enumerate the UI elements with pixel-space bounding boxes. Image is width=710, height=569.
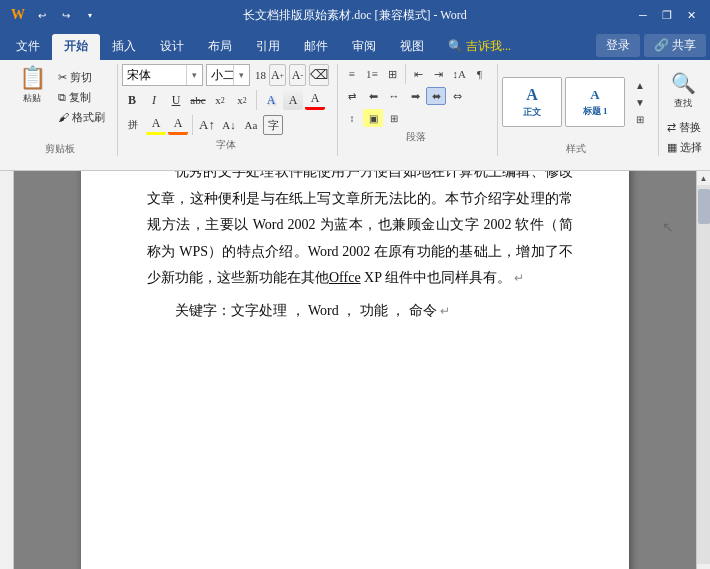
- tab-file[interactable]: 文件: [4, 34, 52, 60]
- clipboard-group: 📋 粘贴 ✂ 剪切 ⧉ 复制 🖌: [6, 64, 118, 156]
- find-button[interactable]: 🔍 查找: [663, 64, 703, 116]
- toolbar-area: 📋 粘贴 ✂ 剪切 ⧉ 复制 🖌: [0, 60, 710, 170]
- style-more[interactable]: ⊞: [630, 111, 650, 127]
- close-button[interactable]: ✕: [680, 4, 702, 26]
- numbered-list-button[interactable]: 1≡: [362, 65, 381, 83]
- scroll-down-button[interactable]: ▼: [697, 564, 711, 569]
- font-size-dropdown-arrow[interactable]: ▾: [233, 65, 249, 85]
- copy-label: 复制: [69, 90, 91, 105]
- window-title: 长文档排版原始素材.doc [兼容模式] - Word: [0, 7, 710, 24]
- decrease-indent-button[interactable]: ⇤: [409, 65, 428, 83]
- document-body: 优秀的文字处理软件能使用户方便自如地在计算机上编辑、修改文章，这种便利是与在纸上…: [147, 171, 573, 292]
- scroll-up-button[interactable]: ▲: [697, 171, 711, 185]
- share-button[interactable]: 🔗 共享: [644, 34, 706, 57]
- increase-indent-button[interactable]: ⇥: [429, 65, 448, 83]
- font-selector-row: 宋体 ▾ 小二 ▾ 18 A+ A- ⌫: [122, 64, 329, 86]
- line-spacing-button[interactable]: ↕: [342, 109, 362, 127]
- tab-references[interactable]: 引用: [244, 34, 292, 60]
- para-div: [405, 64, 406, 84]
- replace-label: 替换: [679, 120, 701, 135]
- title-bar: W ↩ ↪ ▾ 长文档排版原始素材.doc [兼容模式] - Word ─ ❐ …: [0, 0, 710, 30]
- pinyin-button[interactable]: 拼: [122, 115, 144, 135]
- multilevel-list-button[interactable]: ⊞: [383, 65, 402, 83]
- find-label: 查找: [674, 97, 692, 110]
- ribbon: 文件 开始 插入 设计 布局 引用 邮件 审阅 视图 🔍 吉诉我... 登录 🔗…: [0, 30, 710, 171]
- text-effect-button[interactable]: A: [261, 90, 281, 110]
- font-name-dropdown-arrow[interactable]: ▾: [186, 65, 202, 85]
- cut-button[interactable]: ✂ 剪切: [54, 68, 109, 86]
- customize-qat-button[interactable]: ▾: [80, 5, 100, 25]
- replace-button[interactable]: ⇄ 替换: [663, 118, 706, 136]
- grow-font-button[interactable]: A↑: [197, 115, 217, 135]
- decrease-font-button[interactable]: A-: [289, 64, 306, 86]
- tab-layout[interactable]: 布局: [196, 34, 244, 60]
- show-marks-button[interactable]: ¶: [470, 65, 489, 83]
- tab-view[interactable]: 视图: [388, 34, 436, 60]
- tab-design[interactable]: 设计: [148, 34, 196, 60]
- font-color2-button[interactable]: A: [168, 115, 188, 135]
- paragraph-group: ≡ 1≡ ⊞ ⇤ ⇥ ↕A ¶ ⇄ ⬅ ↔ ➡ ⬌: [338, 64, 498, 156]
- restore-button[interactable]: ❐: [656, 4, 678, 26]
- underline-button[interactable]: U: [166, 90, 186, 110]
- tab-insert[interactable]: 插入: [100, 34, 148, 60]
- minimize-button[interactable]: ─: [632, 4, 654, 26]
- align-center-button[interactable]: ↔: [384, 87, 404, 105]
- style-normal-preview: A: [526, 86, 538, 104]
- strikethrough-button[interactable]: abc: [188, 90, 208, 110]
- undo-button[interactable]: ↩: [32, 5, 52, 25]
- font-size-display: 18: [255, 69, 266, 81]
- tab-tellme[interactable]: 🔍 吉诉我...: [436, 34, 523, 60]
- shrink-font-button[interactable]: A↓: [219, 115, 239, 135]
- body-text: 优秀的文字处理软件能使用户方便自如地在计算机上编辑、修改文章，这种便利是与在纸上…: [147, 171, 573, 285]
- vertical-scrollbar[interactable]: ▲ ▼: [696, 171, 710, 569]
- copy-button[interactable]: ⧉ 复制: [54, 88, 109, 106]
- scroll-thumb[interactable]: [698, 189, 710, 224]
- clear-formatting-button[interactable]: ⌫: [309, 64, 329, 86]
- style-scroll-down[interactable]: ▼: [630, 94, 650, 110]
- text-direction-button[interactable]: ⇄: [342, 87, 362, 105]
- scroll-track[interactable]: [697, 185, 711, 564]
- redo-button[interactable]: ↪: [56, 5, 76, 25]
- tab-home[interactable]: 开始: [52, 34, 100, 60]
- increase-font-button[interactable]: A+: [269, 64, 286, 86]
- paragraph-indent-row: ⇄ ⬅ ↔ ➡ ⬌ ⇔: [342, 86, 489, 106]
- border-button[interactable]: ⊞: [384, 109, 404, 127]
- bold-button[interactable]: B: [122, 90, 142, 110]
- subscript-button[interactable]: x2: [210, 90, 230, 110]
- distributed-button[interactable]: ⇔: [447, 87, 467, 105]
- change-case-button[interactable]: Aa: [241, 115, 261, 135]
- shading-button[interactable]: ▣: [363, 109, 383, 127]
- italic-button[interactable]: I: [144, 90, 164, 110]
- tab-mailings[interactable]: 邮件: [292, 34, 340, 60]
- font-size-selector[interactable]: 小二 ▾: [206, 64, 250, 86]
- char-border-button[interactable]: 字: [263, 115, 283, 135]
- select-button[interactable]: ▦ 选择: [663, 138, 706, 156]
- format-painter-button[interactable]: 🖌 格式刷: [54, 108, 109, 126]
- paste-button[interactable]: 📋 粘贴: [10, 64, 54, 106]
- document-scroll-area[interactable]: 关注微信公众号：Word123. 摘要↵ 优秀的文字处理软件能使用户方便自如地在…: [14, 171, 696, 569]
- highlight-button[interactable]: A: [283, 90, 303, 110]
- document-area: 关注微信公众号：Word123. 摘要↵ 优秀的文字处理软件能使用户方便自如地在…: [0, 171, 710, 569]
- find-icon: 🔍: [671, 71, 696, 95]
- vertical-ruler: [0, 171, 14, 569]
- style-scroll-up[interactable]: ▲: [630, 77, 650, 93]
- justify-button[interactable]: ⬌: [426, 87, 446, 105]
- text-bg-color-button[interactable]: A: [146, 115, 166, 135]
- font-name-selector[interactable]: 宋体 ▾: [122, 64, 203, 86]
- style-heading1-preview: A: [590, 87, 599, 103]
- quick-access-toolbar: W ↩ ↪ ▾: [8, 5, 100, 25]
- bullet-list-button[interactable]: ≡: [342, 65, 361, 83]
- font-color-button[interactable]: A: [305, 90, 325, 110]
- tab-review[interactable]: 审阅: [340, 34, 388, 60]
- sort-button[interactable]: ↕A: [449, 65, 468, 83]
- body-after-offce: XP 组件中也同样具有。: [361, 270, 511, 285]
- align-left-button[interactable]: ⬅: [363, 87, 383, 105]
- style-heading1-button[interactable]: A 标题 1: [565, 77, 625, 127]
- divider: [256, 90, 257, 110]
- style-heading1-label: 标题 1: [583, 105, 608, 118]
- login-button[interactable]: 登录: [596, 34, 640, 57]
- style-normal-button[interactable]: A 正文: [502, 77, 562, 127]
- superscript-button[interactable]: x2: [232, 90, 252, 110]
- align-right-button[interactable]: ➡: [405, 87, 425, 105]
- select-icon: ▦: [667, 141, 677, 154]
